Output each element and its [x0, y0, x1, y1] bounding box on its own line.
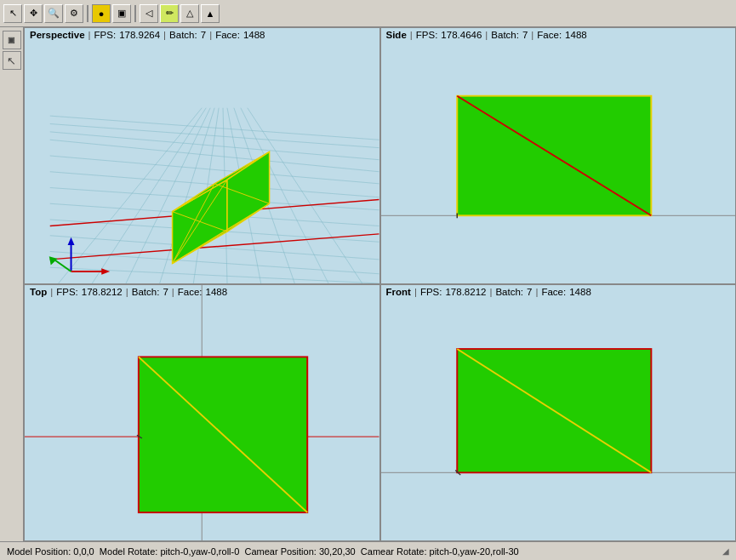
vp-side-face: 1488 — [565, 30, 587, 40]
vp-perspective-batch-label: Batch: — [169, 30, 197, 40]
viewport-top-header: Top | FPS: 178.8212 | Batch: 7 | Face: 1… — [25, 285, 379, 299]
viewport-area: Perspective | FPS: 178.9264 | Batch: 7 |… — [24, 27, 736, 541]
vp-side-face-label: Face: — [537, 30, 562, 40]
vp-top-name: Top — [30, 287, 47, 297]
vp-front-fps: 178.8212 — [445, 287, 486, 297]
viewport-side-header: Side | FPS: 178.4646 | Batch: 7 | Face: … — [381, 28, 736, 42]
perspective-scene — [25, 28, 379, 283]
toolbar-btn-settings[interactable]: ⚙ — [65, 4, 83, 23]
vp-front-face: 1488 — [569, 287, 591, 297]
camera-position: Camear Position: 30,20,30 — [244, 546, 355, 557]
viewport-front[interactable]: Front | FPS: 178.8212 | Batch: 7 | Face:… — [380, 284, 737, 541]
viewport-front-header: Front | FPS: 178.8212 | Batch: 7 | Face:… — [381, 285, 736, 299]
vp-front-fps-label: FPS: — [420, 287, 442, 297]
toolbar-btn-move[interactable]: ✥ — [24, 4, 43, 23]
vp-top-face: 1488 — [206, 287, 228, 297]
status-bar: Model Position: 0,0,0 Model Rotate: pitc… — [0, 541, 736, 560]
front-scene — [381, 285, 736, 540]
vp-front-batch-label: Batch: — [495, 287, 523, 297]
vp-side-batch-label: Batch: — [491, 30, 519, 40]
vp-perspective-face: 1488 — [243, 30, 265, 40]
vp-front-name: Front — [386, 287, 411, 297]
toolbar-btn-cursor[interactable]: ↖ — [3, 4, 22, 23]
toolbar-btn-undo[interactable]: ◁ — [140, 4, 158, 23]
vp-perspective-name: Perspective — [30, 30, 85, 40]
vp-side-fps-label: FPS: — [416, 30, 438, 40]
model-rotate: Model Rotate: pitch-0,yaw-0,roll-0 — [100, 546, 239, 557]
toolbar-sep-1 — [87, 5, 88, 22]
toolbar-btn-solid-triangle[interactable]: ▲ — [201, 4, 220, 23]
top-scene — [25, 285, 379, 540]
viewport-perspective-header: Perspective | FPS: 178.9264 | Batch: 7 |… — [25, 28, 379, 42]
camera-rotate: Camear Rotate: pitch-0,yaw-20,roll-30 — [361, 546, 519, 557]
vp-top-batch-label: Batch: — [132, 287, 160, 297]
side-scene — [381, 28, 736, 283]
toolbar: ↖ ✥ 🔍 ⚙ ● ▣ ◁ ✏ △ ▲ — [0, 0, 736, 27]
toolbar-btn-circle[interactable]: ● — [92, 4, 111, 23]
vp-top-batch: 7 — [163, 287, 168, 297]
left-panel: ▣ ↖ — [0, 27, 24, 541]
main-area: ▣ ↖ Perspective | FPS: 178.9264 | Batch:… — [0, 27, 736, 541]
vp-perspective-fps: 178.9264 — [119, 30, 160, 40]
model-position: Model Position: 0,0,0 — [7, 546, 94, 557]
vp-top-fps: 178.8212 — [82, 287, 123, 297]
viewport-top[interactable]: Top | FPS: 178.8212 | Batch: 7 | Face: 1… — [24, 284, 380, 541]
vp-perspective-face-label: Face: — [215, 30, 240, 40]
toolbar-sep-2 — [134, 5, 136, 22]
vp-perspective-fps-label: FPS: — [94, 30, 117, 40]
vp-perspective-batch: 7 — [201, 30, 206, 40]
vp-side-name: Side — [386, 30, 407, 40]
toolbar-btn-pencil[interactable]: ✏ — [160, 4, 179, 23]
toolbar-btn-zoom[interactable]: 🔍 — [44, 4, 63, 23]
resize-indicator: ◢ — [722, 546, 729, 556]
vp-top-face-label: Face: — [178, 287, 203, 297]
viewport-side[interactable]: Side | FPS: 178.4646 | Batch: 7 | Face: … — [380, 27, 737, 284]
side-btn-top[interactable]: ▣ — [3, 31, 21, 49]
vp-front-batch: 7 — [527, 287, 532, 297]
toolbar-btn-square[interactable]: ▣ — [112, 4, 131, 23]
viewport-perspective[interactable]: Perspective | FPS: 178.9264 | Batch: 7 |… — [24, 27, 380, 284]
vp-top-fps-label: FPS: — [56, 287, 78, 297]
vp-side-fps: 178.4646 — [441, 30, 482, 40]
vp-side-batch: 7 — [522, 30, 528, 40]
side-btn-cursor[interactable]: ↖ — [3, 51, 21, 70]
vp-front-face-label: Face: — [541, 287, 566, 297]
toolbar-btn-triangle[interactable]: △ — [180, 4, 199, 23]
